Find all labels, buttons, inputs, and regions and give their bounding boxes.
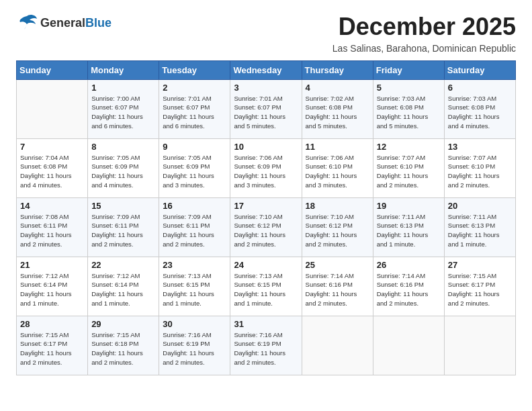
day-info: Sunrise: 7:09 AM Sunset: 6:11 PM Dayligh… [163, 212, 226, 249]
calendar-cell: 26Sunrise: 7:14 AM Sunset: 6:16 PM Dayli… [373, 257, 444, 316]
day-of-week-header: Sunday [17, 60, 88, 79]
calendar-cell: 8Sunrise: 7:05 AM Sunset: 6:09 PM Daylig… [88, 138, 159, 197]
day-number: 21 [20, 260, 84, 270]
calendar-cell: 4Sunrise: 7:02 AM Sunset: 6:08 PM Daylig… [302, 79, 373, 138]
calendar-cell: 1Sunrise: 7:00 AM Sunset: 6:07 PM Daylig… [88, 79, 159, 138]
calendar-cell: 20Sunrise: 7:11 AM Sunset: 6:13 PM Dayli… [444, 197, 515, 257]
day-info: Sunrise: 7:02 AM Sunset: 6:08 PM Dayligh… [306, 94, 369, 131]
calendar-cell: 25Sunrise: 7:14 AM Sunset: 6:16 PM Dayli… [302, 257, 373, 316]
day-number: 3 [234, 83, 298, 93]
day-of-week-header: Thursday [302, 60, 373, 79]
day-info: Sunrise: 7:15 AM Sunset: 6:17 PM Dayligh… [448, 271, 512, 308]
day-info: Sunrise: 7:03 AM Sunset: 6:08 PM Dayligh… [377, 94, 441, 131]
day-number: 25 [306, 260, 369, 270]
calendar-week-row: 14Sunrise: 7:08 AM Sunset: 6:11 PM Dayli… [17, 197, 516, 257]
day-of-week-header: Tuesday [159, 60, 230, 79]
day-info: Sunrise: 7:01 AM Sunset: 6:07 PM Dayligh… [234, 94, 298, 131]
day-number: 14 [20, 201, 84, 211]
calendar-cell: 27Sunrise: 7:15 AM Sunset: 6:17 PM Dayli… [444, 257, 515, 316]
day-of-week-header: Monday [88, 60, 159, 79]
day-number: 4 [306, 83, 369, 93]
day-info: Sunrise: 7:11 AM Sunset: 6:13 PM Dayligh… [377, 212, 441, 249]
day-info: Sunrise: 7:11 AM Sunset: 6:13 PM Dayligh… [448, 212, 512, 249]
calendar-cell: 18Sunrise: 7:10 AM Sunset: 6:12 PM Dayli… [302, 197, 373, 257]
page-header: GeneralBlue December 2025 [16, 13, 516, 40]
day-number: 31 [234, 319, 298, 329]
calendar-cell: 14Sunrise: 7:08 AM Sunset: 6:11 PM Dayli… [17, 197, 88, 257]
day-info: Sunrise: 7:07 AM Sunset: 6:10 PM Dayligh… [448, 153, 512, 190]
day-info: Sunrise: 7:15 AM Sunset: 6:18 PM Dayligh… [91, 330, 155, 367]
calendar-cell: 7Sunrise: 7:04 AM Sunset: 6:08 PM Daylig… [17, 138, 88, 197]
calendar-cell [444, 316, 515, 375]
calendar-cell: 22Sunrise: 7:12 AM Sunset: 6:14 PM Dayli… [88, 257, 159, 316]
day-info: Sunrise: 7:00 AM Sunset: 6:07 PM Dayligh… [91, 94, 155, 131]
day-number: 20 [448, 201, 512, 211]
calendar-cell [17, 79, 88, 138]
day-info: Sunrise: 7:16 AM Sunset: 6:19 PM Dayligh… [234, 330, 298, 367]
day-number: 13 [448, 142, 512, 152]
logo: GeneralBlue [16, 13, 112, 32]
day-info: Sunrise: 7:03 AM Sunset: 6:08 PM Dayligh… [448, 94, 512, 131]
calendar-cell: 6Sunrise: 7:03 AM Sunset: 6:08 PM Daylig… [444, 79, 515, 138]
day-info: Sunrise: 7:04 AM Sunset: 6:08 PM Dayligh… [20, 153, 84, 190]
calendar-cell [373, 316, 444, 375]
day-info: Sunrise: 7:15 AM Sunset: 6:17 PM Dayligh… [20, 330, 84, 367]
calendar-cell: 11Sunrise: 7:06 AM Sunset: 6:10 PM Dayli… [302, 138, 373, 197]
day-number: 24 [234, 260, 298, 270]
calendar-week-row: 28Sunrise: 7:15 AM Sunset: 6:17 PM Dayli… [17, 316, 516, 375]
day-number: 6 [448, 83, 512, 93]
calendar-cell: 2Sunrise: 7:01 AM Sunset: 6:07 PM Daylig… [159, 79, 230, 138]
calendar-cell: 9Sunrise: 7:05 AM Sunset: 6:09 PM Daylig… [159, 138, 230, 197]
logo-text: GeneralBlue [40, 16, 112, 30]
day-info: Sunrise: 7:13 AM Sunset: 6:15 PM Dayligh… [234, 271, 298, 308]
calendar-header-row: SundayMondayTuesdayWednesdayThursdayFrid… [17, 60, 516, 79]
logo-bird-icon [16, 13, 38, 32]
day-info: Sunrise: 7:13 AM Sunset: 6:15 PM Dayligh… [163, 271, 226, 308]
day-info: Sunrise: 7:16 AM Sunset: 6:19 PM Dayligh… [163, 330, 226, 367]
day-number: 12 [377, 142, 441, 152]
day-number: 7 [20, 142, 84, 152]
title-block: December 2025 [339, 13, 516, 40]
calendar-cell: 10Sunrise: 7:06 AM Sunset: 6:09 PM Dayli… [230, 138, 302, 197]
day-number: 26 [377, 260, 441, 270]
day-number: 15 [91, 201, 155, 211]
day-info: Sunrise: 7:12 AM Sunset: 6:14 PM Dayligh… [20, 271, 84, 308]
day-number: 10 [234, 142, 298, 152]
day-number: 1 [91, 83, 155, 93]
calendar-cell: 24Sunrise: 7:13 AM Sunset: 6:15 PM Dayli… [230, 257, 302, 316]
day-info: Sunrise: 7:06 AM Sunset: 6:09 PM Dayligh… [234, 153, 298, 190]
calendar-week-row: 21Sunrise: 7:12 AM Sunset: 6:14 PM Dayli… [17, 257, 516, 316]
day-number: 22 [91, 260, 155, 270]
day-info: Sunrise: 7:06 AM Sunset: 6:10 PM Dayligh… [306, 153, 369, 190]
calendar-table: SundayMondayTuesdayWednesdayThursdayFrid… [16, 60, 516, 375]
day-number: 8 [91, 142, 155, 152]
calendar-week-row: 1Sunrise: 7:00 AM Sunset: 6:07 PM Daylig… [17, 79, 516, 138]
day-info: Sunrise: 7:05 AM Sunset: 6:09 PM Dayligh… [91, 153, 155, 190]
day-number: 9 [163, 142, 226, 152]
day-info: Sunrise: 7:10 AM Sunset: 6:12 PM Dayligh… [234, 212, 298, 249]
day-number: 11 [306, 142, 369, 152]
day-info: Sunrise: 7:08 AM Sunset: 6:11 PM Dayligh… [20, 212, 84, 249]
day-info: Sunrise: 7:12 AM Sunset: 6:14 PM Dayligh… [91, 271, 155, 308]
calendar-cell: 17Sunrise: 7:10 AM Sunset: 6:12 PM Dayli… [230, 197, 302, 257]
location-subtitle: Las Salinas, Barahona, Dominican Republi… [16, 43, 516, 54]
day-info: Sunrise: 7:07 AM Sunset: 6:10 PM Dayligh… [377, 153, 441, 190]
day-number: 2 [163, 83, 226, 93]
day-number: 23 [163, 260, 226, 270]
calendar-cell: 12Sunrise: 7:07 AM Sunset: 6:10 PM Dayli… [373, 138, 444, 197]
calendar-cell: 15Sunrise: 7:09 AM Sunset: 6:11 PM Dayli… [88, 197, 159, 257]
day-info: Sunrise: 7:05 AM Sunset: 6:09 PM Dayligh… [163, 153, 226, 190]
day-number: 18 [306, 201, 369, 211]
day-number: 30 [163, 319, 226, 329]
day-number: 16 [163, 201, 226, 211]
calendar-cell: 5Sunrise: 7:03 AM Sunset: 6:08 PM Daylig… [373, 79, 444, 138]
day-number: 28 [20, 319, 84, 329]
calendar-cell: 13Sunrise: 7:07 AM Sunset: 6:10 PM Dayli… [444, 138, 515, 197]
calendar-cell: 30Sunrise: 7:16 AM Sunset: 6:19 PM Dayli… [159, 316, 230, 375]
calendar-cell: 16Sunrise: 7:09 AM Sunset: 6:11 PM Dayli… [159, 197, 230, 257]
day-number: 29 [91, 319, 155, 329]
day-info: Sunrise: 7:09 AM Sunset: 6:11 PM Dayligh… [91, 212, 155, 249]
calendar-week-row: 7Sunrise: 7:04 AM Sunset: 6:08 PM Daylig… [17, 138, 516, 197]
calendar-cell: 23Sunrise: 7:13 AM Sunset: 6:15 PM Dayli… [159, 257, 230, 316]
calendar-cell: 3Sunrise: 7:01 AM Sunset: 6:07 PM Daylig… [230, 79, 302, 138]
